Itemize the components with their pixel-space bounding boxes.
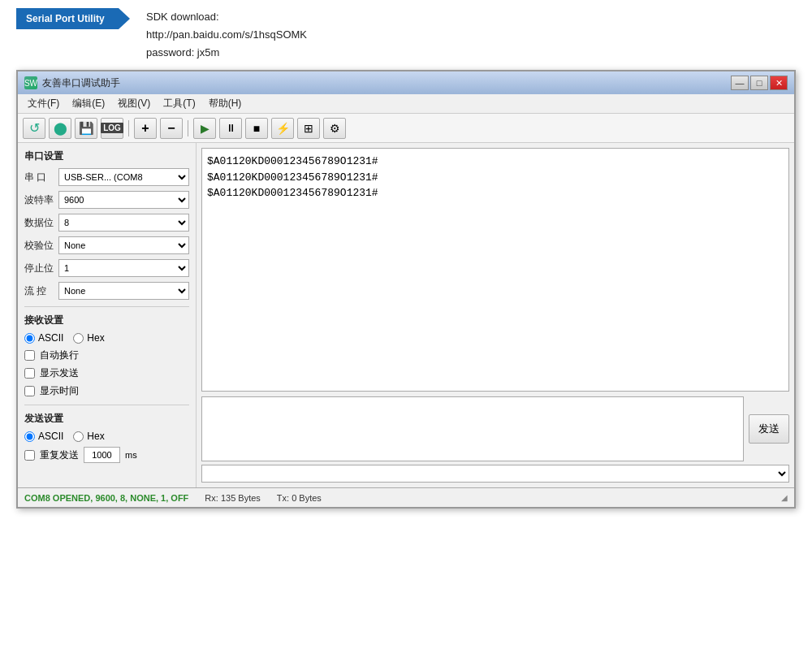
recv-ascii-radio[interactable] <box>24 333 35 344</box>
recv-hex-radio-label[interactable]: Hex <box>73 332 104 344</box>
divider-1 <box>24 306 189 307</box>
toolbar-refresh-button[interactable]: ↺ <box>23 118 45 139</box>
tx-status: Tx: 0 Bytes <box>277 493 322 503</box>
auto-newline-checkbox[interactable] <box>24 350 35 361</box>
repeat-value-input[interactable] <box>84 447 120 463</box>
repeat-send-row: 重复发送 ms <box>24 447 189 463</box>
toolbar: ↺ ⬤ 💾 LOG + − ▶ ⏸ ■ ⚡ ⊞ <box>18 114 794 143</box>
receive-line-2: $A01120KD000123456789O1231# <box>207 170 784 186</box>
toolbar-stop-button[interactable]: ■ <box>245 118 268 139</box>
repeat-send-checkbox[interactable] <box>24 450 35 461</box>
send-button[interactable]: 发送 <box>749 414 789 444</box>
send-ascii-radio-label[interactable]: ASCII <box>24 431 63 442</box>
show-send-checkbox[interactable] <box>24 368 35 379</box>
window-controls: — □ ✕ <box>731 76 788 90</box>
receive-line-3: $A01120KD000123456789O1231# <box>207 185 784 201</box>
baud-select[interactable]: 9600 <box>58 191 189 209</box>
send-ascii-radio[interactable] <box>24 431 35 442</box>
flow-row: 流 控 None <box>24 282 189 300</box>
data-bits-row: 数据位 8 <box>24 214 189 232</box>
flow-label: 流 控 <box>24 284 58 298</box>
top-area: Serial Port Utility SDK download: http:/… <box>0 0 812 70</box>
send-input[interactable] <box>201 396 744 461</box>
save-icon: 💾 <box>79 121 94 136</box>
menu-view[interactable]: 视图(V) <box>111 95 157 112</box>
toolbar-log-button[interactable]: LOG <box>101 118 123 139</box>
refresh-icon: ↺ <box>29 120 40 136</box>
recv-ascii-label: ASCII <box>38 332 63 344</box>
divider-2 <box>24 405 189 405</box>
serial-settings-title: 串口设置 <box>24 149 189 163</box>
right-panel: $A01120KD000123456789O1231# $A01120KD000… <box>197 143 794 487</box>
resize-handle[interactable]: ◢ <box>781 493 788 502</box>
menu-edit[interactable]: 编辑(E) <box>66 95 111 112</box>
menu-help[interactable]: 帮助(H) <box>202 95 248 112</box>
toolbar-add-button[interactable]: + <box>134 118 157 139</box>
stop-icon: ■ <box>253 122 260 135</box>
menu-tools[interactable]: 工具(T) <box>157 95 201 112</box>
title-bar: SW 友善串口调试助手 — □ ✕ <box>18 71 794 94</box>
sdk-url: http://pan.baidu.com/s/1hsqSOMK <box>146 26 307 44</box>
lightning-icon: ⚡ <box>276 122 290 135</box>
recv-hex-label: Hex <box>87 332 104 344</box>
port-label: 串 口 <box>24 171 58 184</box>
toolbar-pause-button[interactable]: ⏸ <box>219 118 242 139</box>
send-area: 发送 <box>201 396 789 461</box>
repeat-unit: ms <box>125 450 137 460</box>
toolbar-separator-1 <box>128 120 129 136</box>
receive-area: $A01120KD000123456789O1231# $A01120KD000… <box>201 148 789 392</box>
port-select[interactable]: USB-SER... (COM8 <box>58 168 189 186</box>
baud-row: 波特率 9600 <box>24 191 189 209</box>
toolbar-settings-button[interactable]: ⚙ <box>323 118 346 139</box>
parity-select[interactable]: None <box>58 236 189 254</box>
send-format-row: ASCII Hex <box>24 431 189 442</box>
flow-select[interactable]: None <box>58 282 189 300</box>
parity-label: 校验位 <box>24 239 58 253</box>
menu-file[interactable]: 文件(F) <box>21 95 66 112</box>
minus-icon: − <box>167 121 175 136</box>
send-hex-radio[interactable] <box>73 431 84 442</box>
send-settings-title: 发送设置 <box>24 412 189 426</box>
show-time-checkbox[interactable] <box>24 386 35 396</box>
sdk-text: SDK download: <box>146 8 307 26</box>
app-badge: Serial Port Utility <box>16 8 130 29</box>
parity-row: 校验位 None <box>24 236 189 254</box>
password-text: password: jx5m <box>146 44 307 62</box>
com-status: COM8 OPENED, 9600, 8, NONE, 1, OFF <box>24 493 188 503</box>
repeat-send-label: 重复发送 <box>40 448 79 462</box>
maximize-button[interactable]: □ <box>750 76 768 90</box>
dropdown-bar <box>201 465 789 483</box>
send-hex-radio-label[interactable]: Hex <box>73 431 104 442</box>
recv-ascii-radio-label[interactable]: ASCII <box>24 332 63 344</box>
menu-bar: 文件(F) 编辑(E) 视图(V) 工具(T) 帮助(H) <box>18 94 794 114</box>
send-ascii-label: ASCII <box>38 431 63 442</box>
stop-bits-select[interactable]: 1 <box>58 259 189 277</box>
close-button[interactable]: ✕ <box>770 76 788 90</box>
data-bits-select[interactable]: 8 <box>58 214 189 232</box>
send-hex-label: Hex <box>87 431 104 442</box>
bottom-dropdown[interactable] <box>201 465 789 483</box>
main-content: 串口设置 串 口 USB-SER... (COM8 波特率 9600 数据位 8 <box>18 143 794 487</box>
toolbar-green-button[interactable]: ⬤ <box>49 118 71 139</box>
main-window: SW 友善串口调试助手 — □ ✕ 文件(F) 编辑(E) 视图(V) 工具(T… <box>16 70 796 509</box>
recv-hex-radio[interactable] <box>73 333 84 344</box>
show-time-label: 显示时间 <box>40 384 79 398</box>
toolbar-plus-box-button[interactable]: ⊞ <box>297 118 320 139</box>
add-icon: + <box>141 121 149 136</box>
status-bar: COM8 OPENED, 9600, 8, NONE, 1, OFF Rx: 1… <box>18 487 794 507</box>
recv-format-row: ASCII Hex <box>24 332 189 344</box>
sdk-info: SDK download: http://pan.baidu.com/s/1hs… <box>146 8 307 62</box>
rx-status: Rx: 135 Bytes <box>205 493 260 503</box>
baud-label: 波特率 <box>24 193 58 207</box>
plus-box-icon: ⊞ <box>304 122 313 135</box>
auto-newline-label: 自动换行 <box>40 348 79 362</box>
toolbar-play-button[interactable]: ▶ <box>193 118 216 139</box>
minimize-button[interactable]: — <box>731 76 749 90</box>
toolbar-lightning-button[interactable]: ⚡ <box>271 118 294 139</box>
toolbar-save-button[interactable]: 💾 <box>75 118 97 139</box>
show-send-row: 显示发送 <box>24 366 189 380</box>
receive-settings-title: 接收设置 <box>24 314 189 327</box>
show-send-label: 显示发送 <box>40 366 79 380</box>
show-time-row: 显示时间 <box>24 384 189 398</box>
toolbar-minus-button[interactable]: − <box>160 118 183 139</box>
